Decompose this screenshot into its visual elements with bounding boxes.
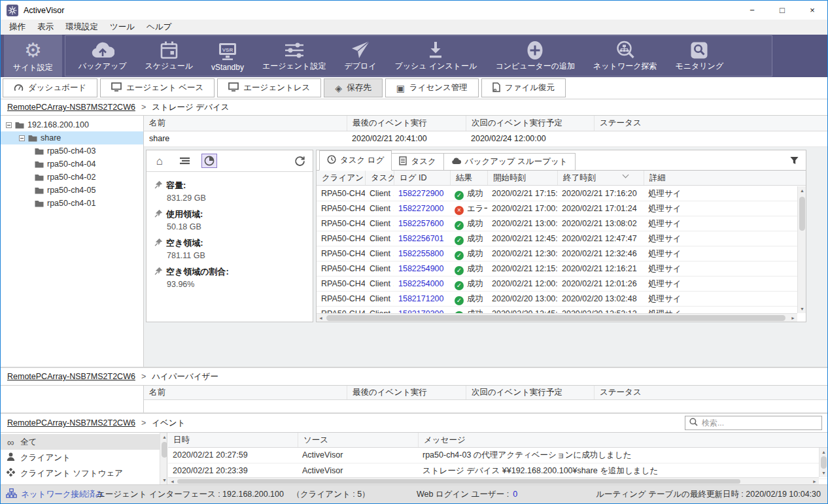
pin-icon[interactable]: [154, 209, 163, 220]
menu-preferences[interactable]: 環境設定: [60, 20, 104, 35]
log-id-link[interactable]: 1582272900: [394, 186, 450, 201]
tab-agent-based[interactable]: エージェント ベース: [100, 78, 215, 97]
toolbar-monitoring[interactable]: モニタリング: [666, 36, 733, 76]
col-last-event[interactable]: 最後のイベント実行: [347, 386, 466, 399]
horizontal-scrollbar[interactable]: ◄ ►: [168, 477, 819, 484]
search-input[interactable]: [702, 418, 818, 428]
filter-all[interactable]: ∞ 全て: [1, 434, 160, 450]
tree-node-rpa50-ch4-05[interactable]: rpa50-ch4-05: [1, 184, 143, 197]
filter-client-software[interactable]: クライアント ソフトウェア: [1, 465, 160, 481]
toolbar-site-settings[interactable]: ⚙ サイト設定: [4, 35, 62, 77]
sort-descending-icon[interactable]: [623, 172, 629, 178]
table-row[interactable]: RPA50-CH4-01Client …1582272000×エラー2020/0…: [317, 201, 797, 216]
pin-icon[interactable]: [154, 180, 163, 191]
table-row[interactable]: RPA50-CH4-04Client …1582256701✓成功2020/02…: [317, 231, 797, 246]
horizontal-scrollbar[interactable]: ◄ ►: [317, 313, 797, 322]
toolbar-push-install[interactable]: プッシュ インストール: [386, 36, 487, 76]
table-row[interactable]: RPA50-CH4-01Client …1582254000✓成功2020/02…: [317, 277, 797, 292]
tab-task-log[interactable]: タスク ログ: [319, 150, 392, 171]
toolbar-network-search[interactable]: ネットワーク探索: [584, 36, 666, 76]
table-row[interactable]: RPA50-CH4-05Client …1582257600✓成功2020/02…: [317, 216, 797, 231]
log-id-link[interactable]: 1582255800: [394, 246, 450, 261]
col-last-event[interactable]: 最後のイベント実行: [347, 116, 466, 131]
scroll-left-arrow[interactable]: ◄: [317, 314, 325, 322]
log-id-link[interactable]: 1582254000: [394, 277, 450, 291]
minimize-button[interactable]: −: [737, 1, 767, 20]
menu-tools[interactable]: ツール: [104, 20, 141, 35]
tree-node-rpa50-ch4-01[interactable]: rpa50-ch4-01: [1, 197, 143, 210]
scroll-up-arrow[interactable]: ▲: [798, 186, 806, 195]
log-id-link[interactable]: 1582170300: [394, 307, 450, 313]
close-button[interactable]: ×: [797, 1, 827, 20]
col-message[interactable]: メッセージ: [418, 433, 827, 447]
scrollbar-thumb[interactable]: [821, 456, 827, 469]
breadcrumb-root-link[interactable]: RemotePCArray-NSB7MS2T2CW6: [7, 103, 135, 112]
col-source[interactable]: ソース: [298, 433, 418, 447]
log-id-link[interactable]: 1582256701: [394, 231, 450, 246]
breadcrumb-root-link[interactable]: RemotePCArray-NSB7MS2T2CW6: [7, 372, 135, 381]
breadcrumb-root-link[interactable]: RemotePCArray-NSB7MS2T2CW6: [7, 418, 135, 428]
log-id-link[interactable]: 1582272000: [394, 201, 450, 216]
tree-node-rpa50-ch4-03[interactable]: rpa50-ch4-03: [1, 144, 143, 158]
scroll-down-arrow[interactable]: ▼: [819, 469, 828, 477]
tab-file-restore[interactable]: ファイル復元: [481, 78, 566, 97]
scroll-right-arrow[interactable]: ►: [789, 314, 797, 322]
event-row[interactable]: 2020/02/21 20:27:59 ActiveVisor rpa50-ch…: [168, 448, 827, 463]
collapse-icon[interactable]: [19, 135, 25, 141]
col-next-event[interactable]: 次回のイベント実行予定: [466, 386, 594, 399]
log-id-link[interactable]: 1582254900: [394, 261, 450, 276]
list-view-icon[interactable]: [177, 154, 192, 168]
maximize-button[interactable]: □: [767, 1, 797, 20]
log-id-link[interactable]: 1582257600: [394, 216, 450, 231]
toolbar-backup[interactable]: バックアップ: [69, 36, 136, 76]
tab-destination[interactable]: ◈ 保存先: [324, 78, 382, 97]
network-status[interactable]: ネットワーク接続済み: [6, 485, 104, 503]
tab-dashboard[interactable]: ダッシュボード: [3, 78, 97, 97]
table-row[interactable]: RPA50-CH4-03Client …1582255800✓成功2020/02…: [317, 246, 797, 261]
filter-scrollbar[interactable]: ▲ ▼: [160, 433, 167, 484]
refresh-icon[interactable]: [292, 154, 307, 168]
vertical-scrollbar[interactable]: ▲ ▼: [819, 448, 827, 477]
collapse-icon[interactable]: [6, 122, 12, 128]
event-search[interactable]: [685, 416, 822, 430]
toolbar-deploy[interactable]: デプロイ: [335, 36, 385, 76]
tab-license[interactable]: ▣ ライセンス管理: [385, 78, 479, 97]
tree-node-server[interactable]: 192.168.200.100: [1, 118, 143, 131]
col-status[interactable]: ステータス: [594, 386, 827, 399]
scrollbar-thumb[interactable]: [177, 479, 740, 484]
table-row[interactable]: RPA50-CH4-04Client …1582170300✓成功2020/02…: [317, 307, 797, 313]
home-icon[interactable]: ⌂: [152, 154, 167, 168]
table-row[interactable]: RPA50-CH4-05Client …1582171200✓成功2020/02…: [317, 292, 797, 307]
toolbar-agent-settings[interactable]: エージェント設定: [253, 36, 335, 76]
col-datetime[interactable]: 日時: [168, 433, 298, 447]
device-row-share[interactable]: share 2020/02/21 20:41:00 2020/02/24 12:…: [144, 131, 827, 147]
tree-node-share[interactable]: share: [1, 131, 143, 144]
pin-icon[interactable]: [154, 238, 163, 248]
col-task[interactable]: タスク: [365, 171, 394, 185]
col-end[interactable]: 終了時刻: [557, 171, 644, 185]
col-name[interactable]: 名前: [144, 116, 347, 131]
scroll-down-arrow[interactable]: ▼: [798, 305, 806, 313]
col-log-id[interactable]: ログ ID: [394, 171, 450, 185]
toolbar-vstandby[interactable]: VSR vStandby: [202, 36, 253, 76]
toolbar-schedule[interactable]: スケジュール: [136, 36, 202, 76]
scrollbar-thumb[interactable]: [799, 197, 805, 231]
scroll-up-arrow[interactable]: ▲: [819, 448, 828, 456]
log-id-link[interactable]: 1582171200: [394, 292, 450, 306]
col-start[interactable]: 開始時刻: [487, 171, 557, 185]
tab-agentless[interactable]: エージェントレス: [217, 78, 321, 97]
col-client[interactable]: クライアント: [317, 171, 365, 185]
pin-icon[interactable]: [154, 267, 163, 277]
tree-node-rpa50-ch4-04[interactable]: rpa50-ch4-04: [1, 158, 143, 171]
vertical-scrollbar[interactable]: ▲ ▼: [797, 186, 806, 313]
tree-node-rpa50-ch4-02[interactable]: rpa50-ch4-02: [1, 171, 143, 184]
toolbar-add-computer[interactable]: コンピューターの追加: [486, 36, 584, 76]
filter-icon[interactable]: [789, 156, 799, 167]
filter-clients[interactable]: クライアント: [1, 450, 160, 465]
table-row[interactable]: RPA50-CH4-02Client …1582254900✓成功2020/02…: [317, 261, 797, 277]
menu-operation[interactable]: 操作: [3, 20, 31, 35]
scrollbar-thumb[interactable]: [162, 442, 167, 458]
table-row[interactable]: RPA50-CH4-02Client …1582272900✓成功2020/02…: [317, 186, 797, 201]
tab-task[interactable]: タスク: [392, 153, 443, 171]
menu-view[interactable]: 表示: [31, 20, 60, 35]
